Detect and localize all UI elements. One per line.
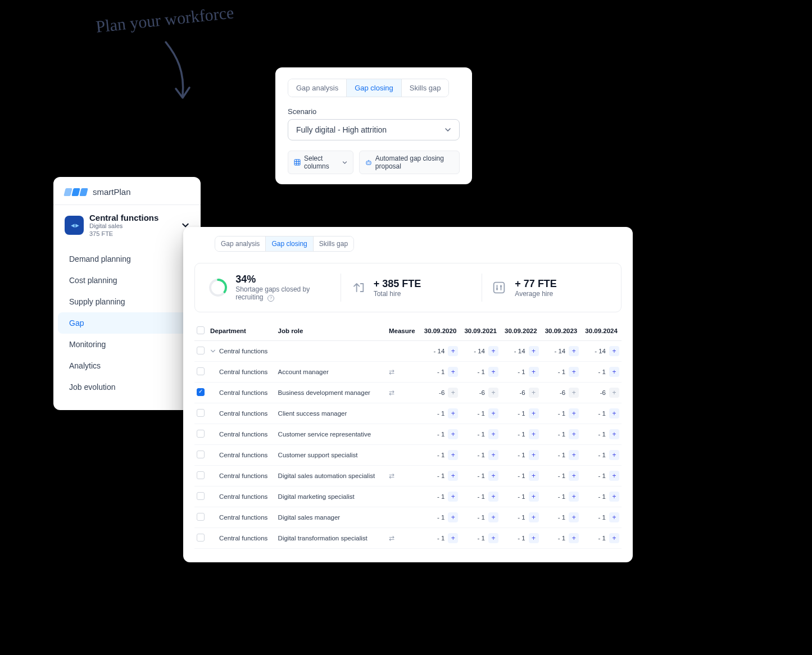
add-button[interactable]: + [609,367,619,377]
add-button[interactable]: + [448,388,458,398]
add-button[interactable]: + [488,492,498,502]
add-button[interactable]: + [448,492,458,502]
add-button[interactable]: + [488,388,498,398]
automated-proposal-button[interactable]: Automated gap closing proposal [359,151,460,174]
row-checkbox[interactable] [197,367,205,375]
transfer-icon[interactable]: ⇄ [389,368,394,376]
add-button[interactable]: + [488,429,498,439]
cell-value: - 1+ [581,486,622,507]
cell-value: - 1+ [541,424,582,445]
cell-measure [387,403,420,424]
add-button[interactable]: + [448,408,458,419]
add-button[interactable]: + [488,512,498,522]
add-button[interactable]: + [529,388,539,398]
add-button[interactable]: + [569,512,579,522]
add-button[interactable]: + [488,408,498,419]
cell-measure: ⇄ [387,383,420,403]
row-checkbox[interactable] [197,471,205,479]
sidebar-item-monitoring[interactable]: Monitoring [58,334,196,355]
add-button[interactable]: + [609,429,619,439]
tab-gap-analysis[interactable]: Gap analysis [215,236,265,251]
cell-measure [387,424,420,445]
tab-gap-closing[interactable]: Gap closing [346,79,401,97]
sidebar-item-cost-planning[interactable]: Cost planning [58,270,196,291]
row-checkbox[interactable] [197,534,205,542]
tab-gap-analysis[interactable]: Gap analysis [288,79,346,97]
cell-department: Central functions [208,403,276,424]
add-button[interactable]: + [569,346,579,356]
add-button[interactable]: + [448,346,458,356]
add-button[interactable]: + [569,533,579,543]
row-checkbox[interactable] [197,492,205,500]
add-button[interactable]: + [529,408,539,419]
add-button[interactable]: + [448,429,458,439]
transfer-icon[interactable]: ⇄ [389,534,394,542]
add-button[interactable]: + [609,471,619,481]
add-button[interactable]: + [569,492,579,502]
sidebar-item-demand-planning[interactable]: Demand planning [58,248,196,270]
cell-value: - 1+ [581,362,622,383]
row-checkbox[interactable] [197,409,205,417]
add-button[interactable]: + [488,346,498,356]
add-button[interactable]: + [448,512,458,522]
add-button[interactable]: + [488,450,498,460]
add-button[interactable]: + [569,450,579,460]
add-button[interactable]: + [569,429,579,439]
cell-value: - 1+ [460,362,501,383]
info-icon[interactable]: ? [267,295,274,302]
stat-shortage: 34% Shortage gaps closed by recruiting ? [199,274,334,302]
add-button[interactable]: + [569,388,579,398]
col-date: 30.09.2020 [420,321,461,341]
cell-value: - 1+ [581,507,622,528]
add-button[interactable]: + [569,471,579,481]
select-columns-button[interactable]: Select columns [288,151,353,174]
sidebar-item-supply-planning[interactable]: Supply planning [58,291,196,312]
row-checkbox[interactable] [197,430,205,438]
chevron-down-icon[interactable] [210,348,216,354]
row-checkbox[interactable] [197,347,205,354]
row-checkbox[interactable] [197,388,205,396]
sidebar-item-job-evolution[interactable]: Job evolution [58,376,196,398]
scenario-select[interactable]: Fully digital - High attrition [288,119,460,140]
add-button[interactable]: + [529,471,539,481]
cell-department: Central functions [208,445,276,466]
row-checkbox[interactable] [197,451,205,458]
select-all-checkbox[interactable] [197,326,205,334]
project-fte: 375 FTE [89,230,176,238]
add-button[interactable]: + [488,471,498,481]
add-button[interactable]: + [529,533,539,543]
add-button[interactable]: + [529,512,539,522]
add-button[interactable]: + [488,533,498,543]
add-button[interactable]: + [448,367,458,377]
add-button[interactable]: + [448,471,458,481]
row-checkbox[interactable] [197,513,205,521]
tab-skills-gap[interactable]: Skills gap [401,79,449,97]
add-button[interactable]: + [609,450,619,460]
add-button[interactable]: + [609,408,619,419]
add-button[interactable]: + [529,346,539,356]
add-button[interactable]: + [569,408,579,419]
add-button[interactable]: + [488,367,498,377]
add-button[interactable]: + [609,512,619,522]
add-button[interactable]: + [609,346,619,356]
sidebar-item-analytics[interactable]: Analytics [58,355,196,376]
sidebar-item-gap[interactable]: Gap [58,312,196,334]
add-button[interactable]: + [569,367,579,377]
tab-skills-gap[interactable]: Skills gap [313,236,353,251]
add-button[interactable]: + [609,533,619,543]
add-button[interactable]: + [448,450,458,460]
add-button[interactable]: + [529,492,539,502]
add-button[interactable]: + [529,450,539,460]
tab-gap-closing[interactable]: Gap closing [265,236,312,251]
add-button[interactable]: + [609,388,619,398]
transfer-icon[interactable]: ⇄ [389,389,394,397]
add-button[interactable]: + [448,533,458,543]
col-date: 30.09.2022 [501,321,541,341]
add-button[interactable]: + [529,367,539,377]
cell-value: - 1+ [581,466,622,486]
col-measure: Measure [387,321,420,341]
add-button[interactable]: + [529,429,539,439]
project-selector[interactable]: Central functions Digital sales 375 FTE [53,205,201,244]
add-button[interactable]: + [609,492,619,502]
transfer-icon[interactable]: ⇄ [389,472,394,480]
